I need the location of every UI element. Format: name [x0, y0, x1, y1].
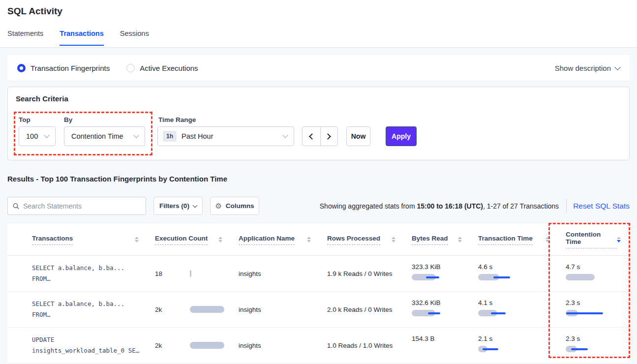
reset-sql-stats-link[interactable]: Reset SQL Stats [573, 202, 630, 211]
search-icon [13, 203, 19, 210]
cell-transaction-time: 4.6 s [471, 256, 558, 291]
time-range-value: Past Hour [182, 132, 213, 140]
chevron-down-icon [282, 132, 288, 138]
contention-time-bar [566, 310, 625, 316]
cell-bytes-read: 323.3 KiB [404, 256, 471, 291]
column-label[interactable]: Transactions [32, 235, 73, 245]
previous-time-button[interactable] [303, 127, 320, 146]
column-header-contention-time: Contention Time [558, 231, 630, 248]
bytes-read-bar [412, 274, 466, 280]
contention-time-bar [566, 346, 625, 352]
search-statements-input[interactable] [23, 202, 141, 210]
cell-transaction[interactable]: SELECT a.balance, b.ba... FROM… [25, 256, 148, 291]
cell-application-name: insights [231, 256, 320, 291]
chevron-down-icon [614, 64, 621, 70]
search-criteria-heading: Search Criteria [16, 94, 68, 103]
chevron-left-icon [309, 133, 315, 140]
cell-rows-processed: 2.0 k Reads / 0 Writes [320, 292, 404, 327]
columns-label: Columns [226, 202, 254, 210]
filters-button[interactable]: Filters (0) [153, 197, 203, 215]
cell-transaction[interactable]: SELECT a.balance, b.ba... FROM… [25, 292, 148, 327]
sort-icon[interactable] [135, 237, 139, 243]
sort-icon[interactable] [392, 237, 395, 243]
chevron-down-icon [192, 203, 197, 208]
tab-statements[interactable]: Statements [7, 30, 43, 46]
column-label[interactable]: Rows Processed [327, 235, 380, 245]
sql-fingerprint-line2: FROM… [32, 309, 143, 320]
sort-icon-active-desc[interactable] [617, 237, 621, 243]
table-header-row: Transactions Execution Count Application… [7, 224, 630, 256]
search-statements-box[interactable] [7, 197, 146, 215]
cell-rows-processed: 1.0 Reads / 1.0 Writes [320, 328, 404, 363]
filters-label: Filters (0) [159, 202, 189, 210]
show-description-label: Show description [555, 64, 611, 72]
table-row[interactable]: SELECT a.balance, b.ba... FROM… 2k insig… [7, 292, 630, 328]
transactions-table: Transactions Execution Count Application… [7, 224, 630, 364]
tab-sessions[interactable]: Sessions [120, 30, 149, 46]
page-header: SQL Activity Statements Transactions Ses… [0, 0, 637, 48]
time-range-select[interactable]: 1h Past Hour [157, 126, 294, 146]
apply-button[interactable]: Apply [386, 126, 417, 146]
column-header-rows-processed: Rows Processed [320, 235, 404, 245]
columns-button[interactable]: ⚙ Columns [210, 197, 259, 215]
cell-contention-time: 2.3 s [558, 328, 630, 363]
cell-execution-count: 18 [148, 256, 231, 291]
column-header-transaction-time: Transaction Time [471, 235, 558, 245]
top-select[interactable]: 100 [19, 126, 56, 146]
results-controls: Filters (0) ⚙ Columns Showing aggregated… [7, 197, 630, 215]
transaction-time-value: 2.1 s [478, 335, 553, 342]
by-select-value: Contention Time [64, 132, 123, 140]
transaction-time-value: 4.6 s [478, 263, 553, 271]
column-label[interactable]: Bytes Read [412, 235, 448, 245]
column-header-bytes-read: Bytes Read [404, 235, 471, 245]
cell-bytes-read: 332.6 KiB [404, 292, 471, 327]
sql-fingerprint-line2: FROM… [32, 273, 143, 284]
application-name-value: insights [239, 342, 315, 349]
sql-fingerprint-line1: UPDATE [32, 334, 143, 345]
show-description-toggle[interactable]: Show description [555, 64, 620, 72]
chevron-down-icon [133, 132, 139, 138]
column-label[interactable]: Execution Count [155, 235, 208, 245]
column-header-transactions: Transactions [25, 235, 148, 245]
bytes-read-bar [412, 310, 466, 316]
sort-icon[interactable] [458, 237, 462, 243]
column-label[interactable]: Application Name [239, 235, 295, 245]
transaction-time-bar [478, 274, 553, 280]
bytes-read-value: 332.6 KiB [412, 299, 466, 306]
application-name-value: insights [239, 270, 315, 277]
vertical-divider [566, 199, 567, 213]
column-label[interactable]: Contention Time [566, 231, 617, 248]
top-select-value: 100 [19, 132, 38, 140]
column-label[interactable]: Transaction Time [478, 235, 533, 245]
tab-transactions[interactable]: Transactions [60, 30, 103, 46]
by-select[interactable]: Contention Time [64, 126, 145, 146]
contention-time-bar [566, 274, 625, 280]
radio-transaction-fingerprints[interactable]: Transaction Fingerprints [17, 64, 110, 72]
table-row[interactable]: SELECT a.balance, b.ba... FROM… 18 insig… [7, 256, 630, 292]
cell-execution-count: 2k [148, 328, 231, 363]
results-heading: Results - Top 100 Transaction Fingerprin… [7, 175, 227, 183]
next-time-button[interactable] [320, 127, 338, 146]
sort-icon[interactable] [546, 237, 549, 243]
gear-icon: ⚙ [215, 202, 221, 211]
execution-count-bar [190, 306, 224, 313]
search-criteria-card [7, 87, 630, 160]
stats-area: Showing aggregated stats from 15:00 to 1… [320, 197, 630, 215]
sql-fingerprint-line1: SELECT a.balance, b.ba... [32, 299, 143, 309]
cell-bytes-read: 154.3 B [404, 328, 471, 363]
cell-contention-time: 4.7 s [558, 256, 630, 291]
sql-fingerprint-line1: SELECT a.balance, b.ba... [32, 263, 143, 273]
sort-icon[interactable] [218, 237, 222, 243]
table-row[interactable]: UPDATE insights_workload_table_0 SE… 2k … [7, 328, 630, 364]
now-button[interactable]: Now [346, 126, 370, 146]
time-range-label: Time Range [158, 116, 196, 123]
column-header-execution-count: Execution Count [148, 235, 231, 245]
radio-active-executions[interactable]: Active Executions [126, 64, 198, 72]
contention-time-value: 2.3 s [566, 299, 625, 306]
radio-selected-icon[interactable] [17, 64, 26, 72]
sort-icon[interactable] [307, 237, 311, 243]
rows-processed-value: 1.9 k Reads / 0 Writes [327, 270, 399, 277]
radio-unselected-icon[interactable] [126, 64, 135, 72]
chevron-down-icon [44, 132, 49, 138]
cell-transaction[interactable]: UPDATE insights_workload_table_0 SE… [25, 328, 148, 363]
